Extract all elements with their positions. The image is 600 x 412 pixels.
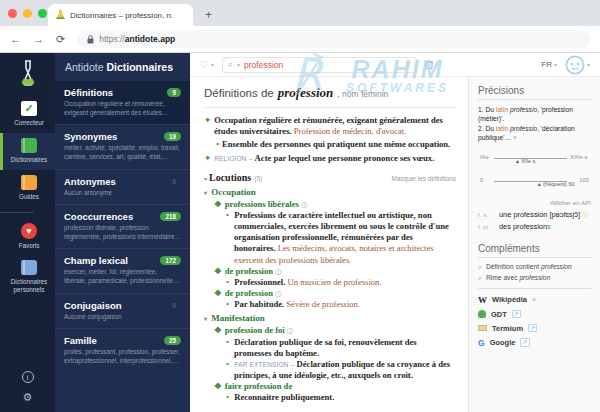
sidebar-item-définitions[interactable]: Définitions9Occupation régulière et rému… bbox=[55, 80, 190, 124]
sidebar-item-preview: Aucune conjugaison bbox=[64, 313, 181, 322]
collapse-triangle-icon[interactable]: ▾ bbox=[204, 316, 207, 322]
show-api-link[interactable]: Afficher en API bbox=[478, 199, 591, 206]
language-selector[interactable]: FR▾ bbox=[541, 60, 557, 69]
maximize-window-button[interactable] bbox=[38, 9, 47, 18]
rail-item-correcteur[interactable]: ✓Correcteur bbox=[0, 96, 55, 133]
scale-left-label: IXe bbox=[480, 154, 489, 160]
complement-search-link[interactable]: ⌕Rime avec profession bbox=[478, 274, 591, 282]
favorite-heart-button[interactable]: ♡▾ bbox=[200, 59, 214, 70]
text-part: latin bbox=[496, 106, 508, 113]
search-link-word: profession bbox=[541, 263, 572, 270]
collapse-triangle-icon[interactable]: ▾ bbox=[204, 190, 207, 196]
sidebar-item-antonymes[interactable]: Antonymes0Aucun antonyme bbox=[55, 169, 190, 205]
rail-item-dictionnaires-personnels[interactable]: Dictionnaires personnels bbox=[0, 255, 55, 300]
settings-gear-icon[interactable]: ⚙ bbox=[23, 391, 33, 404]
info-icon[interactable]: ⓘ bbox=[582, 212, 588, 218]
info-icon[interactable]: ⓘ bbox=[275, 269, 281, 275]
browser-tab[interactable]: Dictionnaires – profession, n. bbox=[48, 4, 193, 26]
locution-phrase[interactable]: ❖profession de foi ⓘ bbox=[214, 325, 456, 336]
locution-phrase[interactable]: ❖de profession ⓘ bbox=[214, 288, 456, 299]
search-value[interactable]: profession bbox=[244, 60, 400, 70]
rail-item-guides[interactable]: Guides bbox=[0, 170, 55, 207]
count-badge: 0 bbox=[167, 301, 181, 310]
search-link-text: Définition contient profession bbox=[486, 263, 572, 270]
locution-group-name: ▾ Manifestation bbox=[204, 313, 456, 323]
search-input[interactable]: ⌕ ▾ profession ✕ bbox=[222, 57, 417, 73]
usage-scale: 0100▲ (fréquent) 60 bbox=[480, 177, 589, 189]
external-link-icon: ↗ bbox=[528, 324, 537, 333]
minimize-window-button[interactable] bbox=[23, 9, 32, 18]
definition-line: ✦RELIGION – Acte par lequel une personne… bbox=[204, 153, 456, 164]
sidebar-brand: Antidote Dictionnaires bbox=[55, 53, 190, 80]
complement-search-link[interactable]: ⌕Définition contient profession bbox=[478, 263, 591, 271]
close-window-button[interactable] bbox=[8, 9, 17, 18]
locution-bullet-icon: ❖ bbox=[214, 381, 222, 391]
sidebar-item-row: Antonymes0 bbox=[64, 176, 181, 187]
sidebar-item-famille[interactable]: Famille25profès, professant, profession,… bbox=[55, 328, 190, 372]
locution-phrase[interactable]: ❖professions libérales ⓘ bbox=[214, 199, 456, 210]
heart-icon: ♡ bbox=[200, 59, 209, 70]
rail-item-favoris[interactable]: ♥Favoris bbox=[0, 218, 55, 256]
rail-item-dictionnaires[interactable]: Dictionnaires bbox=[0, 133, 55, 170]
sidebar-item-preview: profès, professant, profession, professe… bbox=[64, 348, 181, 365]
collapse-triangle-icon[interactable]: ▾ bbox=[204, 175, 207, 182]
owl-avatar-icon bbox=[565, 55, 585, 75]
info-icon[interactable]: i bbox=[22, 371, 34, 383]
clear-search-icon[interactable]: ✕ bbox=[404, 60, 411, 69]
reload-button[interactable]: ⟳ bbox=[56, 33, 65, 46]
scale-right-label: 100 bbox=[579, 177, 589, 183]
definitions-pane: Définitions de profession , nom féminin … bbox=[190, 77, 468, 412]
forward-button[interactable]: → bbox=[33, 33, 44, 45]
resource-link-google[interactable]: GGoogle↗ bbox=[478, 338, 591, 348]
search-link-word: profession bbox=[519, 274, 550, 281]
resource-link-gdt[interactable]: GDT↗ bbox=[478, 310, 591, 319]
form-label: f. pl. bbox=[478, 223, 494, 230]
address-bar[interactable]: https://antidote.app bbox=[77, 30, 590, 48]
text-part: PAR EXTENSION – bbox=[234, 361, 296, 368]
search-mode-chevron-icon[interactable]: ▾ bbox=[237, 61, 240, 68]
sidebar-item-label: Synonymes bbox=[64, 131, 117, 142]
new-tab-button[interactable]: + bbox=[205, 8, 212, 26]
sidebar-item-row: Cooccurrences218 bbox=[64, 211, 181, 222]
sidebar-item-label: Cooccurrences bbox=[64, 211, 133, 222]
locution-phrase[interactable]: ❖de profession ⓘ bbox=[214, 266, 456, 277]
locution-bullet-icon: ❖ bbox=[214, 288, 222, 298]
locutions-header: ▾ Locutions (5) Masquer les définitions bbox=[204, 172, 456, 183]
count-badge: 0 bbox=[167, 177, 181, 186]
text-part: [pʁɔfɛsjɔ̃] bbox=[550, 210, 582, 219]
locution-bullet-icon: ❖ bbox=[214, 266, 222, 276]
scale-left-label: 0 bbox=[480, 177, 483, 183]
text-part: Profession de médecin, d'avocat. bbox=[292, 126, 407, 136]
locution-phrase[interactable]: ❖faire profession de bbox=[214, 381, 456, 392]
app-toolbar: ♡▾ ⌕ ▾ profession ✕ ▾ FR▾ ▾ bbox=[190, 53, 600, 77]
rail-footer: i ⚙ bbox=[22, 371, 34, 412]
sidebar-item-cooccurrences[interactable]: Cooccurrences218profession libérale, pro… bbox=[55, 204, 190, 248]
back-button[interactable]: ← bbox=[10, 33, 21, 45]
count-badge: 218 bbox=[160, 212, 181, 221]
sidebar-item-champ-lexical[interactable]: Champ lexical172exercer, métier, foi, ré… bbox=[55, 248, 190, 292]
scale-right-label: XXIe s. bbox=[570, 154, 589, 160]
sidebar-item-synonymes[interactable]: Synonymes19métier, activité, spécialité,… bbox=[55, 124, 190, 168]
info-icon[interactable]: ⓘ bbox=[301, 202, 307, 208]
account-menu[interactable]: ▾ bbox=[565, 55, 590, 75]
sense-bullet-icon: • bbox=[226, 337, 231, 347]
info-icon[interactable]: ⓘ bbox=[287, 328, 293, 334]
more-arrow-icon: » bbox=[532, 296, 536, 303]
entry-title: Définitions de profession , nom féminin bbox=[204, 85, 456, 108]
book-blue-icon bbox=[21, 260, 37, 275]
form-text: une profession [pʁɔfɛsjɔ̃] ⓘ bbox=[499, 210, 588, 220]
definition-line: ✦Occupation régulière et rémunérée, exig… bbox=[204, 115, 456, 137]
info-icon[interactable]: ⓘ bbox=[275, 291, 281, 297]
word-form-row: f. s.une profession [pʁɔfɛsjɔ̃] ⓘ bbox=[478, 210, 591, 220]
count-badge: 172 bbox=[160, 256, 181, 265]
window-controls[interactable] bbox=[8, 9, 47, 18]
sidebar-item-preview: Occupation régulière et rémunérée, exige… bbox=[64, 100, 181, 117]
resource-link-termium[interactable]: Termium↗ bbox=[478, 324, 591, 333]
mask-definitions-link[interactable]: Masquer les définitions bbox=[392, 175, 456, 182]
sidebar-item-conjugaison[interactable]: Conjugaison0Aucune conjugaison bbox=[55, 293, 190, 329]
history-trash-button[interactable]: ▾ bbox=[425, 60, 438, 69]
text-part: 1. Du bbox=[478, 106, 496, 113]
chevron-down-icon: ▾ bbox=[211, 61, 214, 68]
resource-link-wikipédia[interactable]: WWikipédia» bbox=[478, 295, 591, 305]
sidebar-item-label: Famille bbox=[64, 335, 97, 346]
